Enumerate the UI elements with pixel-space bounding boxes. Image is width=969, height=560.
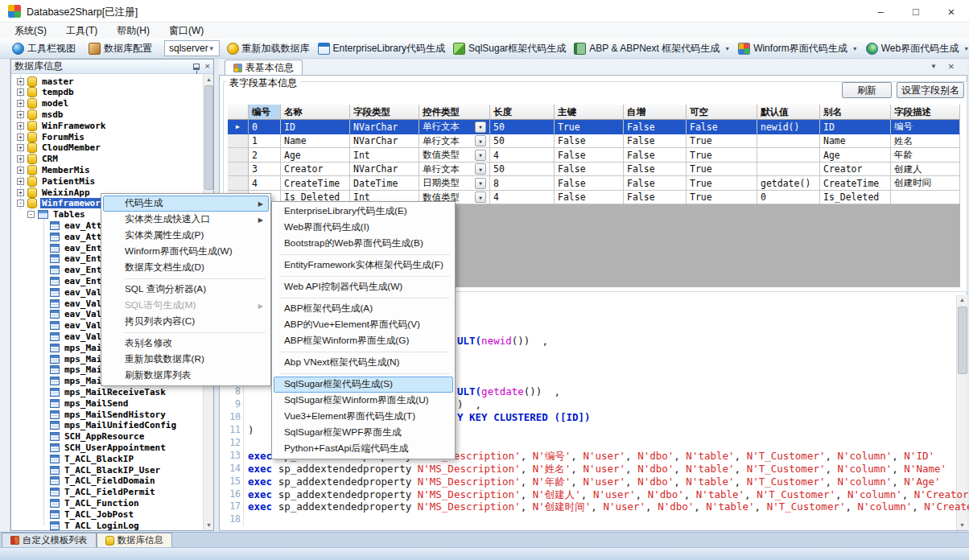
grid-cell[interactable]: 单行文本▼ bbox=[419, 120, 490, 134]
context-menu-item-0[interactable]: 代码生成▶ bbox=[103, 196, 269, 212]
column-header[interactable]: 字段类型 bbox=[350, 105, 419, 120]
tree-node-table[interactable]: T_ACL_JobPost bbox=[50, 509, 135, 520]
scroll-down-icon[interactable]: ▼ bbox=[957, 520, 967, 530]
expand-icon[interactable]: + bbox=[17, 78, 24, 85]
tree-node-database[interactable]: +WinFramework bbox=[17, 120, 107, 131]
submenu-item-4[interactable]: EntityFramework实体框架代码生成(F) bbox=[274, 257, 453, 274]
context-menu-item-10[interactable]: 表别名修改 bbox=[103, 336, 269, 352]
column-header[interactable]: 编号 bbox=[249, 105, 281, 120]
grid-cell[interactable]: False bbox=[555, 191, 624, 205]
row-selector[interactable] bbox=[228, 163, 249, 177]
expand-icon[interactable]: + bbox=[17, 178, 24, 185]
panel-close-icon[interactable]: × bbox=[205, 62, 210, 71]
close-button[interactable]: × bbox=[934, 0, 969, 23]
expand-icon[interactable]: + bbox=[17, 111, 24, 118]
expand-icon[interactable]: + bbox=[17, 155, 24, 163]
tabstrip-close-icon[interactable]: × bbox=[948, 60, 955, 72]
bottom-tab-0[interactable]: 自定义模板列表 bbox=[2, 533, 97, 547]
grid-cell[interactable]: 50 bbox=[490, 120, 555, 134]
toolbar-button-ABP & ABPNext 框架代码生成[interactable]: ABP & ABPNext 框架代码生成▼ bbox=[570, 39, 734, 57]
context-menu-item-4[interactable]: 数据库文档生成(D) bbox=[103, 260, 269, 276]
grid-cell[interactable]: 8 bbox=[490, 176, 555, 191]
grid-cell[interactable]: 0 bbox=[249, 120, 281, 134]
toolbar-button-EnterpriseLibrary代码生成[interactable]: EnterpriseLibrary代码生成 bbox=[314, 39, 449, 57]
combobox-dropdown-icon[interactable]: ▼ bbox=[475, 178, 486, 189]
table-row[interactable]: 4CreateTimeDateTime日期类型▼8FalseFalseTrueg… bbox=[228, 176, 960, 191]
grid-cell[interactable]: ID bbox=[820, 120, 891, 134]
menu-item-3[interactable]: 窗口(W) bbox=[159, 23, 213, 39]
column-header[interactable]: 自增 bbox=[624, 105, 687, 120]
grid-cell[interactable] bbox=[757, 134, 820, 149]
tree-node-database[interactable]: +ForumMis bbox=[17, 131, 86, 142]
column-header[interactable]: 可空 bbox=[687, 105, 757, 120]
submenu-item-18[interactable]: Python+FastApi后端代码生成 bbox=[274, 441, 453, 457]
toolbar-button-Web界面代码生成[interactable]: Web界面代码生成▼ bbox=[862, 39, 969, 57]
grid-cell[interactable]: False bbox=[555, 176, 624, 191]
set-field-alias-button[interactable]: 设置字段别名 bbox=[897, 82, 964, 98]
grid-cell[interactable]: NVarChar bbox=[350, 163, 419, 177]
grid-cell[interactable] bbox=[891, 191, 960, 205]
context-menu-item-2[interactable]: 实体类属性生成(P) bbox=[103, 228, 269, 244]
grid-cell[interactable]: False bbox=[624, 134, 687, 149]
grid-cell[interactable]: 4 bbox=[490, 191, 555, 205]
grid-cell[interactable]: True bbox=[687, 134, 757, 149]
menu-item-0[interactable]: 系统(S) bbox=[5, 23, 56, 39]
grid-cell[interactable]: 4 bbox=[249, 176, 281, 191]
grid-cell[interactable]: 2 bbox=[249, 148, 281, 163]
grid-cell[interactable]: 50 bbox=[490, 163, 555, 177]
grid-cell[interactable]: Creator bbox=[820, 163, 891, 177]
tree-node-database[interactable]: +CloudMember bbox=[17, 142, 102, 154]
grid-cell[interactable] bbox=[757, 148, 820, 163]
expand-icon[interactable]: + bbox=[17, 189, 24, 196]
grid-cell[interactable]: 单行文本▼ bbox=[419, 163, 490, 177]
grid-cell[interactable]: Age bbox=[281, 148, 350, 163]
grid-cell[interactable]: True bbox=[687, 191, 757, 205]
grid-cell[interactable]: False bbox=[687, 120, 757, 134]
grid-cell[interactable]: 创建人 bbox=[891, 163, 960, 177]
tree-node-database[interactable]: +PatientMis bbox=[17, 175, 97, 187]
column-header[interactable]: 别名 bbox=[820, 105, 891, 120]
pin-icon[interactable] bbox=[193, 64, 200, 70]
row-selector[interactable] bbox=[228, 148, 249, 163]
context-menu-item-3[interactable]: Winform界面代码生成(W) bbox=[103, 244, 269, 260]
combobox-dropdown-icon[interactable]: ▼ bbox=[475, 191, 486, 203]
maximize-button[interactable]: □ bbox=[898, 0, 934, 23]
bottom-tab-1[interactable]: 数据库信息 bbox=[97, 533, 173, 547]
menu-item-2[interactable]: 帮助(H) bbox=[107, 23, 159, 39]
tree-node-database[interactable]: +WeixinApp bbox=[17, 187, 92, 198]
grid-cell[interactable]: Creator bbox=[281, 163, 350, 177]
combobox-dropdown-icon[interactable]: ▼ bbox=[475, 135, 486, 146]
grid-cell[interactable]: 姓名 bbox=[891, 134, 960, 149]
column-header[interactable]: 字段描述 bbox=[891, 105, 960, 120]
submenu-item-0[interactable]: EnterpriseLibrary代码生成(E) bbox=[274, 204, 453, 220]
grid-cell[interactable]: 单行文本▼ bbox=[419, 134, 490, 149]
expand-icon[interactable]: + bbox=[17, 167, 24, 174]
tree-node-table[interactable]: T_ACL_FieldDomain bbox=[50, 476, 157, 487]
table-row[interactable]: 2AgeInt数值类型▼4FalseFalseTrueAge年龄 bbox=[228, 148, 960, 163]
expand-icon[interactable]: + bbox=[17, 144, 24, 151]
tree-node-database[interactable]: +MemberMis bbox=[17, 164, 92, 175]
grid-cell[interactable]: NVarChar bbox=[350, 120, 419, 134]
tree-node-table[interactable]: mps_MailSend bbox=[50, 397, 130, 409]
grid-cell[interactable]: False bbox=[624, 176, 687, 191]
grid-cell[interactable]: 4 bbox=[490, 148, 555, 163]
grid-cell[interactable]: 日期类型▼ bbox=[419, 176, 490, 191]
submenu-item-6[interactable]: Web API控制器代码生成(W) bbox=[274, 279, 453, 295]
grid-cell[interactable]: Name bbox=[281, 134, 350, 149]
grid-cell[interactable] bbox=[757, 163, 820, 177]
tree-node-tables[interactable]: -Tables bbox=[27, 209, 87, 220]
grid-cell[interactable]: True bbox=[687, 176, 757, 191]
combobox-dropdown-icon[interactable]: ▼ bbox=[475, 121, 486, 133]
grid-cell[interactable]: False bbox=[555, 163, 624, 177]
toolbar-button-数据库配置[interactable]: 数据库配置 bbox=[85, 39, 156, 57]
tree-node-table[interactable]: SCH_UserAppointment bbox=[50, 442, 167, 453]
grid-cell[interactable]: True bbox=[687, 163, 757, 177]
toolbar-button-重新加载数据库[interactable]: 重新加载数据库 bbox=[223, 39, 314, 57]
grid-cell[interactable]: True bbox=[687, 148, 757, 163]
grid-cell[interactable]: False bbox=[624, 120, 687, 134]
grid-cell[interactable]: 1 bbox=[249, 134, 281, 149]
toolbar-button-SqlSugar框架代码生成[interactable]: SqlSugar框架代码生成 bbox=[449, 39, 570, 57]
column-header[interactable]: 控件类型 bbox=[419, 105, 490, 120]
grid-cell[interactable]: 年龄 bbox=[891, 148, 960, 163]
grid-cell[interactable]: newid() bbox=[757, 120, 820, 134]
